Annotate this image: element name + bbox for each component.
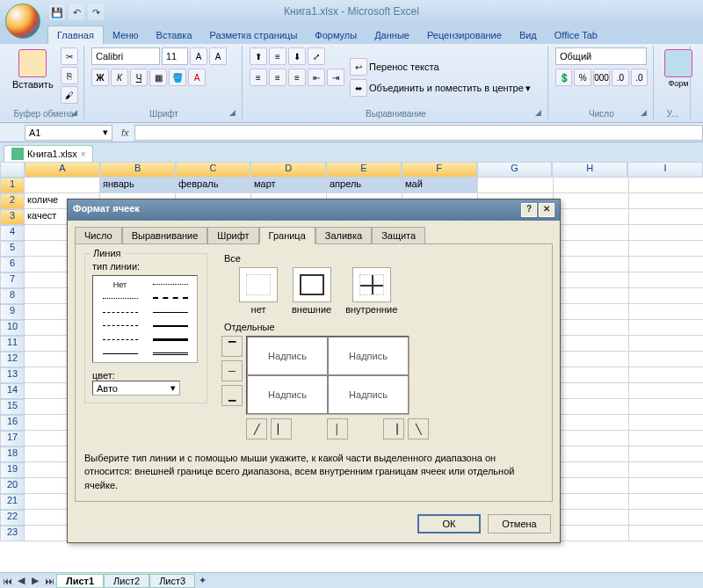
cell[interactable] [629,257,703,272]
cell[interactable] [554,241,629,257]
cell[interactable] [554,225,629,241]
thousands-icon[interactable]: 000 [593,69,610,86]
percent-icon[interactable]: % [574,69,591,86]
tab-view[interactable]: Вид [511,26,546,44]
cell[interactable] [554,320,629,336]
col-header[interactable]: A [25,162,100,178]
dlg-tab-alignment[interactable]: Выравнивание [122,227,208,244]
row-header[interactable]: 7 [0,272,25,288]
row-header[interactable]: 17 [0,431,25,446]
tab-home[interactable]: Главная [47,25,104,44]
cell[interactable] [629,462,703,478]
cell[interactable] [554,462,629,478]
sheet-nav-last-icon[interactable]: ⏭ [42,574,56,588]
align-middle-icon[interactable]: ≡ [269,47,286,65]
conditional-format-button[interactable]: Форм [661,47,696,90]
decimal-inc-icon[interactable]: .0 [612,69,628,86]
align-center-icon[interactable]: ≡ [269,69,286,86]
cell[interactable]: март [251,178,327,193]
dlg-tab-number[interactable]: Число [75,227,122,244]
close-icon[interactable]: ✕ [539,203,554,217]
cell[interactable] [629,178,703,193]
row-header[interactable]: 12 [0,352,25,367]
cell[interactable] [629,478,703,494]
cell[interactable] [554,399,629,415]
cell[interactable] [554,352,629,367]
row-header[interactable]: 4 [0,225,25,241]
number-format-select[interactable] [555,47,647,65]
tab-data[interactable]: Данные [366,26,418,44]
row-header[interactable]: 22 [0,510,25,526]
cell[interactable] [554,336,629,352]
font-launcher-icon[interactable]: ◢ [229,108,240,119]
line-style-item[interactable] [145,305,195,319]
office-button[interactable] [5,4,40,39]
align-left-icon[interactable]: ≡ [250,69,267,86]
wrap-text-label[interactable]: Перенос текста [369,62,439,72]
line-style-item[interactable] [145,292,195,306]
row-header[interactable]: 21 [0,494,25,510]
sheet-tab[interactable]: Лист3 [149,574,195,588]
border-preview[interactable]: Надпись Надпись Надпись Надпись [246,336,409,415]
tab-insert[interactable]: Вставка [148,26,201,44]
italic-button[interactable]: К [111,69,128,86]
ok-button[interactable]: ОК [417,514,481,534]
cell[interactable] [554,272,629,288]
sheet-tab[interactable]: Лист2 [104,574,149,588]
select-all-button[interactable] [0,162,25,178]
row-header[interactable]: 20 [0,478,25,494]
cell[interactable] [629,494,703,510]
row-header[interactable]: 2 [0,193,25,209]
file-tab[interactable]: Книга1.xlsx × [4,145,93,162]
cell[interactable] [554,478,629,494]
cell[interactable] [25,178,100,193]
line-style-item[interactable] [95,333,145,347]
currency-icon[interactable]: 💲 [555,69,572,86]
decimal-dec-icon[interactable]: .0 [631,69,648,86]
cell[interactable]: февраль [176,178,251,193]
preset-outer-button[interactable]: внешние [292,267,331,315]
sheet-nav-first-icon[interactable]: ⏮ [0,574,14,588]
col-header[interactable]: F [402,162,477,178]
dlg-tab-fill[interactable]: Заливка [315,227,372,244]
chevron-down-icon[interactable]: ▾ [525,83,531,94]
alignment-launcher-icon[interactable]: ◢ [535,108,546,119]
cell[interactable] [629,320,703,336]
col-header[interactable]: H [552,162,627,178]
clipboard-launcher-icon[interactable]: ◢ [71,108,82,119]
cell[interactable] [554,446,629,462]
row-header[interactable]: 14 [0,383,25,399]
cell[interactable] [554,526,629,541]
dlg-tab-font[interactable]: Шрифт [207,227,258,244]
cell[interactable] [629,526,703,541]
redo-icon[interactable]: ↷ [88,4,104,20]
cell[interactable] [629,431,703,446]
dlg-tab-protection[interactable]: Защита [372,227,425,244]
sheet-nav-prev-icon[interactable]: ◀ [14,574,28,588]
undo-icon[interactable]: ↶ [69,4,84,20]
cell[interactable] [629,352,703,367]
cell[interactable] [554,510,629,526]
line-color-select[interactable]: Авто ▾ [92,381,180,396]
cell[interactable] [629,446,703,462]
cell[interactable] [554,209,629,225]
line-style-item[interactable] [145,319,195,333]
tab-review[interactable]: Рецензирование [418,26,511,44]
font-color-icon[interactable]: A [188,69,206,86]
formula-input[interactable] [134,125,703,141]
col-header[interactable]: G [477,162,553,178]
border-right-button[interactable]: ▕ [383,418,404,439]
line-style-item[interactable] [95,305,145,319]
row-header[interactable]: 3 [0,209,25,225]
align-top-icon[interactable]: ⬆ [250,47,267,65]
col-header[interactable]: I [627,162,703,178]
help-icon[interactable]: ? [521,203,537,217]
cell[interactable] [629,288,703,304]
tab-menu[interactable]: Меню [104,26,148,44]
cell[interactable] [629,272,703,288]
line-style-item[interactable] [95,292,145,306]
row-header[interactable]: 19 [0,462,25,478]
row-header[interactable]: 18 [0,446,25,462]
cell[interactable] [629,367,703,383]
underline-button[interactable]: Ч [130,69,148,86]
